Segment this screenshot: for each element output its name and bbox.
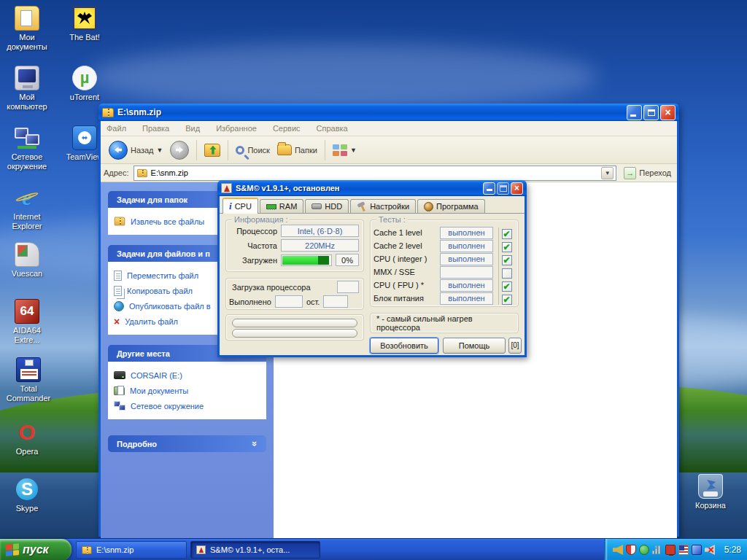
address-label: Адрес:: [104, 168, 129, 177]
volume-icon[interactable]: [613, 545, 623, 555]
back-icon: [109, 141, 128, 160]
up-button[interactable]: [201, 139, 224, 162]
menu-view[interactable]: Вид: [185, 124, 200, 133]
desktop-icon-opera[interactable]: O Opera: [1, 420, 53, 456]
cpu-fpu-checkbox[interactable]: ✔: [502, 281, 512, 292]
desktop-icon-recycle-bin[interactable]: Корзина: [684, 474, 737, 510]
cpu-value-field: Intel, (6·D·8): [281, 225, 359, 237]
menu-file[interactable]: Файл: [107, 124, 126, 133]
details-header[interactable]: Подробно »: [108, 435, 266, 452]
menu-favorites[interactable]: Избранное: [216, 124, 257, 133]
taskbar-item-sm[interactable]: S&M© v1.9.1+, оста...: [190, 541, 320, 559]
section-details: Подробно »: [108, 435, 266, 452]
network-signal-icon[interactable]: [652, 545, 662, 555]
desktop-icon-my-computer[interactable]: Мой компьютер: [1, 66, 53, 112]
views-dropdown-icon[interactable]: ▼: [350, 147, 357, 154]
utorrent-icon: µ: [72, 66, 97, 90]
search-button[interactable]: Поиск: [232, 139, 273, 162]
explorer-menu-bar: Файл Правка Вид Избранное Сервис Справка: [101, 121, 677, 136]
language-flag-icon[interactable]: [678, 545, 689, 555]
globe-icon: [424, 202, 433, 211]
network-icon: [114, 401, 125, 411]
help-button[interactable]: Помощь: [443, 338, 506, 354]
go-button[interactable]: → Переход: [621, 165, 674, 182]
monitor-status-icon[interactable]: [665, 545, 676, 555]
desktop-icon-skype[interactable]: S Skype: [1, 477, 53, 513]
tab-program[interactable]: Программа: [417, 199, 485, 213]
go-arrow-icon: →: [624, 167, 636, 179]
zip-folder-icon: [82, 545, 92, 553]
tab-ram[interactable]: RAM: [260, 199, 303, 213]
close-button[interactable]: ×: [511, 182, 523, 195]
done-field: [275, 295, 303, 308]
place-item-network[interactable]: Сетевое окружение: [114, 398, 262, 413]
minimize-button[interactable]: [627, 105, 642, 120]
tab-hdd[interactable]: HDD: [305, 199, 349, 213]
cpu-load-caption: Загрузка процессора: [229, 283, 333, 292]
cache2-status-field: выполнен: [440, 240, 493, 252]
maximize-button[interactable]: [497, 182, 509, 195]
wallpaper-cloud: [88, 44, 598, 109]
green-status-icon[interactable]: [639, 545, 649, 555]
search-icon: [236, 146, 244, 155]
explorer-title-bar[interactable]: E:\snm.zip ×: [98, 104, 679, 121]
zip-folder-icon[interactable]: [102, 108, 114, 117]
sm-app-icon[interactable]: [221, 183, 232, 193]
folders-button[interactable]: Папки: [274, 139, 321, 162]
cpu-integer-checkbox[interactable]: ✔: [502, 255, 512, 265]
test-row-mmx-sse: MMX / SSE: [374, 265, 493, 279]
place-item-corsair-drive[interactable]: CORSAIR (E:): [114, 368, 262, 383]
menu-edit[interactable]: Правка: [142, 124, 169, 133]
desktop-icon-network-places[interactable]: Сетевое окружение: [1, 125, 53, 171]
cache2-checkbox[interactable]: ✔: [502, 242, 512, 252]
place-item-my-documents[interactable]: Мои документы: [114, 383, 262, 398]
remaining-field: [323, 295, 348, 308]
tab-settings[interactable]: Настройки: [350, 199, 416, 213]
zero-button[interactable]: [0]: [508, 338, 522, 354]
cpu-load-progress-bar: [281, 254, 332, 266]
views-icon: [333, 144, 347, 156]
cache1-checkbox[interactable]: ✔: [502, 229, 512, 239]
display-settings-icon[interactable]: [692, 545, 702, 555]
tab-cpu[interactable]: i CPU: [222, 198, 258, 214]
zip-folder-icon: [137, 168, 147, 176]
desktop-icon-the-bat[interactable]: The Bat!: [58, 6, 111, 42]
delete-x-icon: ×: [114, 316, 120, 327]
desktop-icon-utorrent[interactable]: µ uTorrent: [58, 66, 111, 102]
address-value: E:\snm.zip: [151, 168, 188, 177]
back-dropdown-icon[interactable]: ▼: [157, 147, 163, 154]
minimize-button[interactable]: [483, 182, 495, 195]
desktop-icon-my-documents[interactable]: Мои документы: [1, 6, 53, 52]
desktop-icon-vuescan[interactable]: Vuescan: [1, 242, 53, 279]
publish-globe-icon: [114, 301, 124, 311]
muted-volume-icon[interactable]: [705, 545, 715, 555]
mmx-sse-checkbox[interactable]: [502, 268, 512, 279]
menu-help[interactable]: Справка: [317, 124, 348, 133]
back-button[interactable]: Назад ▼: [105, 139, 166, 162]
security-shield-icon[interactable]: [626, 545, 636, 555]
explorer-toolbar: Назад ▼ Поиск Папки: [101, 136, 677, 164]
test-progress-bar-1: [232, 319, 357, 327]
taskbar-item-explorer[interactable]: E:\snm.zip: [76, 541, 187, 559]
power-checkbox[interactable]: ✔: [502, 295, 512, 305]
resume-button[interactable]: Возобновить: [370, 338, 438, 354]
forward-button[interactable]: [166, 139, 193, 162]
taskbar-clock: 5:28: [724, 545, 741, 555]
close-button[interactable]: ×: [660, 105, 676, 120]
views-button[interactable]: ▼: [329, 139, 360, 162]
address-dropdown-icon[interactable]: ▼: [601, 167, 614, 179]
progress-groupbox: [225, 314, 364, 341]
desktop-icon-internet-explorer[interactable]: e Internet Explorer: [1, 185, 53, 231]
menu-tools[interactable]: Сервис: [273, 124, 301, 133]
maximize-button[interactable]: [643, 105, 659, 120]
desktop-icon-total-commander[interactable]: Total Commander: [0, 357, 57, 403]
sm-title-bar[interactable]: S&M© v1.9.1+, остановлен ×: [217, 180, 527, 196]
hammer-icon: [357, 202, 367, 211]
info-groupbox: Информация : Процессор Intel, (6·D·8) Ча…: [225, 219, 364, 272]
forward-icon: [170, 141, 189, 160]
zip-folder-icon: [115, 217, 125, 226]
address-input[interactable]: E:\snm.zip ▼: [133, 166, 617, 181]
desktop-icon-aida64[interactable]: 64 AIDA64 Extre...: [1, 299, 53, 345]
test-row-cache1: Cache 1 level выполнен: [374, 226, 493, 239]
start-button[interactable]: пуск: [0, 539, 71, 560]
